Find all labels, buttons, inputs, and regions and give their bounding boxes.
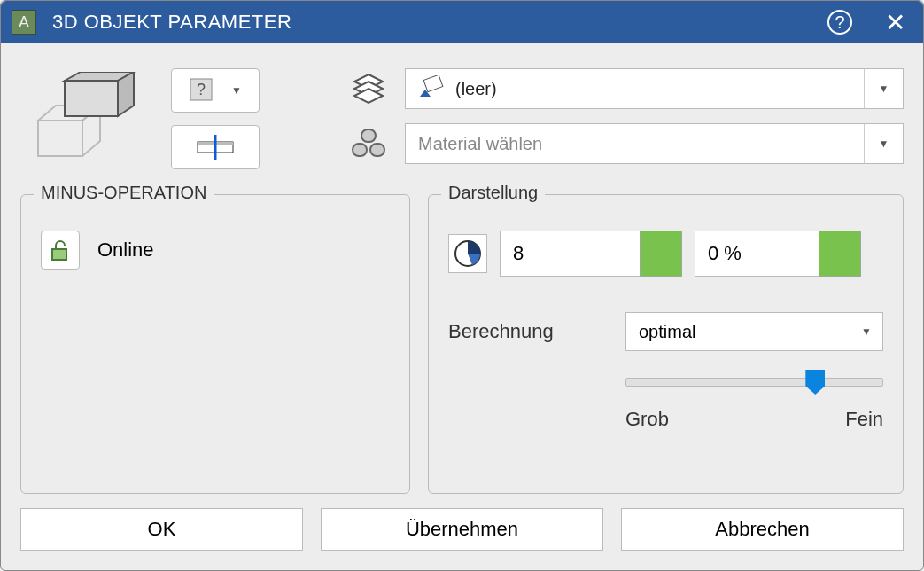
value2-color-swatch[interactable] [819,231,861,277]
hatch-style-dropdown[interactable]: ? ▼ [171,68,260,113]
app-icon: A [12,10,36,35]
section-tool-button[interactable] [171,125,260,169]
svg-marker-0 [38,121,82,156]
paint-icon [418,75,445,103]
material-icon [348,128,389,160]
cancel-button[interactable]: Abbrechen [621,508,904,551]
svg-text:?: ? [197,81,206,98]
material-dropdown-placeholder: Material wählen [418,134,542,154]
berechnung-value: optimal [639,322,695,342]
question-box-icon: ? [189,77,215,104]
layer-dropdown[interactable]: (leer) ▼ [405,68,904,109]
value1-input[interactable] [500,231,640,277]
object-preview-icon [20,63,153,178]
unlock-icon [49,239,72,262]
lock-toggle-button[interactable] [41,231,80,270]
svg-marker-5 [118,72,134,116]
close-button[interactable]: ✕ [877,4,912,40]
online-label: Online [97,239,154,262]
svg-rect-15 [423,75,443,92]
layer-dropdown-label: (leer) [455,79,497,99]
ok-button[interactable]: OK [20,508,303,551]
titlebar: A 3D OBJEKT PARAMETER ? ✕ [1,1,923,43]
svg-rect-17 [353,144,367,156]
help-button[interactable]: ? [827,10,852,35]
berechnung-dropdown[interactable]: optimal ▼ [625,312,883,351]
slider-thumb[interactable] [805,370,825,395]
chevron-down-icon: ▼ [231,84,242,97]
section-icon [192,135,238,160]
material-dropdown[interactable]: Material wählen ▼ [405,123,904,164]
pie-chart-icon [448,234,487,273]
quality-slider[interactable] [625,378,883,387]
berechnung-label: Berechnung [448,320,608,343]
value2-input[interactable] [695,231,819,277]
chevron-down-icon: ▼ [861,325,872,338]
svg-rect-16 [361,129,376,142]
slider-label-right: Fein [845,408,883,431]
dialog-title: 3D OBJEKT PARAMETER [52,11,291,34]
svg-marker-3 [65,81,118,116]
apply-button[interactable]: Übernehmen [321,508,603,551]
chevron-down-icon: ▼ [864,124,903,163]
darstellung-heading: Darstellung [441,183,545,203]
minus-operation-heading: MINUS-OPERATION [34,183,214,203]
minus-operation-group: MINUS-OPERATION Online [20,194,410,494]
darstellung-group: Darstellung [428,194,904,494]
dialog-window: A 3D OBJEKT PARAMETER ? ✕ [0,0,924,571]
chevron-down-icon: ▼ [864,69,903,108]
svg-rect-19 [52,249,66,260]
slider-label-left: Grob [625,408,669,431]
value1-color-swatch[interactable] [640,231,682,277]
layers-icon [348,71,389,106]
svg-rect-18 [370,144,384,156]
